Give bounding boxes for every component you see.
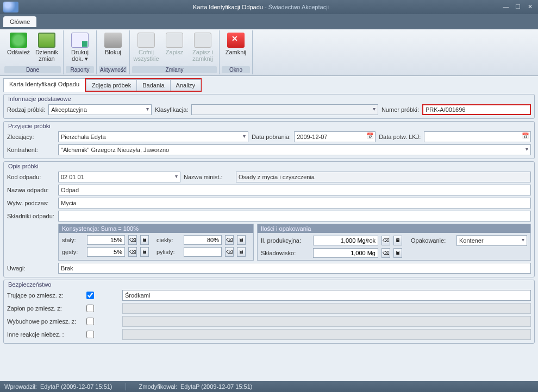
print-icon: [71, 33, 89, 48]
status-zmodyfikowal: Zmodyfikował: EdytaP (2009-12-07 15:51): [139, 383, 253, 390]
zaplon-checkbox[interactable]: [86, 305, 94, 312]
gesty-clear-button[interactable]: ⌫: [128, 247, 137, 257]
staly-calc-button[interactable]: 🖩: [140, 235, 149, 245]
kod-combo[interactable]: 02 01 01: [58, 172, 180, 182]
undo-icon: [137, 33, 155, 48]
data-pob-label: Data pobrania:: [252, 134, 291, 140]
title-main: Karta Identyfikacji Odpadu: [193, 4, 263, 10]
pylisty-clear-button[interactable]: ⌫: [225, 247, 234, 257]
tab-analizy[interactable]: Analizy: [170, 79, 201, 91]
tab-karta[interactable]: Karta Identyfikacji Odpadu: [3, 78, 85, 92]
pylisty-label: pylisty:: [157, 249, 180, 255]
zaplon-label: Zapłon po zmiesz. z:: [7, 305, 83, 312]
opak-combo[interactable]: Kontener: [456, 235, 527, 246]
tab-highlight-group: Zdjęcia próbek Badania Analizy: [85, 78, 202, 92]
group-label-dane: Dane: [4, 66, 61, 73]
kontr-combo[interactable]: "Alchemik" Grzegorz Nieużyła, Jaworzno: [58, 144, 531, 155]
ciekly-calc-button[interactable]: 🖩: [237, 235, 246, 245]
close-icon: [227, 33, 245, 48]
ilosci-title: Ilości i opakowania: [258, 224, 530, 233]
truj-checkbox[interactable]: [86, 292, 94, 299]
refresh-icon: [10, 33, 27, 48]
zlec-label: Zlecający:: [7, 134, 55, 140]
prod-input[interactable]: [313, 236, 378, 245]
gesty-calc-button[interactable]: 🖩: [140, 247, 149, 257]
numer-input[interactable]: PRK-A/001696: [422, 104, 531, 115]
changelog-button[interactable]: Dziennik zmian: [33, 31, 61, 66]
ribbon-group-raporty: Drukuj dok. ▾ Raporty: [64, 30, 97, 74]
ribbon-group-zmiany: Cofnij wszystkie Zapisz Zapisz i zamknij…: [130, 30, 220, 74]
gesty-input[interactable]: [87, 247, 125, 257]
wytw-input[interactable]: Mycia: [58, 198, 531, 208]
prod-calc-button[interactable]: 🖩: [393, 236, 402, 245]
maximize-button[interactable]: ☐: [513, 3, 523, 11]
section-bezp-title: Bezpieczeństwo: [8, 281, 531, 288]
save-close-icon: [194, 33, 211, 48]
ciekly-input[interactable]: [184, 235, 222, 245]
wybuch-input: [122, 316, 531, 327]
minimize-button[interactable]: —: [501, 3, 511, 11]
prod-clear-button[interactable]: ⌫: [381, 236, 390, 245]
section-bezp: Bezpieczeństwo Trujące po zmiesz. z: Śro…: [3, 280, 535, 344]
staly-input[interactable]: [87, 235, 125, 245]
status-wprowadzil: Wprowadził: EdytaP (2009-12-07 15:51): [4, 383, 112, 390]
skl-label: Składniki odpadu:: [7, 213, 55, 219]
wybuch-checkbox[interactable]: [86, 318, 94, 325]
inne-label: Inne reakcje niebez. :: [7, 331, 83, 338]
nazwa-odp-input[interactable]: Odpad: [58, 185, 531, 195]
konsystencja-box: Konsystencja: Suma = 100% stały: ⌫ 🖩 cie…: [58, 224, 254, 261]
ribbon-group-okno: Zamknij Okno: [220, 30, 253, 74]
kontr-label: Kontrahent:: [7, 147, 55, 153]
close-button[interactable]: Zamknij: [222, 31, 250, 66]
group-label-raporty: Raporty: [66, 66, 94, 73]
content-area: Karta Identyfikacji Odpadu Zdjęcia próbe…: [0, 76, 538, 381]
data-potw-input[interactable]: [424, 131, 531, 142]
uwagi-input[interactable]: Brak: [58, 263, 531, 274]
sklad-input[interactable]: [313, 248, 378, 258]
tab-badania[interactable]: Badania: [136, 79, 170, 91]
staly-clear-button[interactable]: ⌫: [128, 235, 137, 245]
opak-label: Opakowanie:: [411, 237, 453, 244]
sklad-clear-button[interactable]: ⌫: [381, 248, 390, 258]
klas-combo[interactable]: [191, 104, 378, 115]
section-przyjecie: Przyjęcie próbki Zlecający: Pierzchała E…: [3, 121, 535, 159]
save-icon: [166, 33, 183, 48]
nazwa-min-input: Osady z mycia i czyszczenia: [236, 172, 531, 182]
section-przyjecie-title: Przyjęcie próbki: [8, 123, 531, 129]
group-label-zmiany: Zmiany: [132, 66, 217, 73]
close-window-button[interactable]: ✕: [525, 3, 535, 11]
truj-input[interactable]: Środkami: [122, 290, 531, 301]
ribbon-tabstrip: Główne: [0, 14, 538, 29]
sklad-label: Składowisko:: [261, 250, 310, 256]
ribbon: Odśwież Dziennik zmian Dane Drukuj dok. …: [0, 29, 538, 76]
data-pob-input[interactable]: 2009-12-07: [294, 131, 376, 142]
window-title: Karta Identyfikacji Odpadu - Świadectwo …: [23, 3, 499, 11]
app-icon: [3, 2, 18, 12]
ribbon-group-dane: Odśwież Dziennik zmian Dane: [2, 30, 64, 74]
ribbon-tab-main[interactable]: Główne: [3, 16, 36, 27]
print-doc-button[interactable]: Drukuj dok. ▾: [66, 31, 94, 66]
lock-icon: [104, 33, 122, 48]
log-icon: [38, 33, 55, 48]
uwagi-label: Uwagi:: [7, 265, 55, 271]
zlec-combo[interactable]: Pierzchała Edyta: [58, 131, 248, 142]
section-opis: Opis próbki Kod odpadu: 02 01 01 Nazwa m…: [3, 161, 535, 277]
nazwa-odp-label: Nazwa odpadu:: [7, 187, 55, 193]
rodzaj-combo[interactable]: Akceptacyjna: [48, 104, 152, 115]
sklad-calc-button[interactable]: 🖩: [393, 248, 402, 258]
prod-label: Il. produkcyjna:: [261, 237, 310, 244]
ciekly-clear-button[interactable]: ⌫: [225, 235, 234, 245]
lock-button[interactable]: Blokuj: [99, 31, 127, 66]
gesty-label: gęsty:: [62, 249, 84, 255]
tab-zdjecia[interactable]: Zdjęcia próbek: [86, 79, 137, 91]
subtabs: Karta Identyfikacji Odpadu Zdjęcia próbe…: [3, 78, 535, 92]
pylisty-calc-button[interactable]: 🖩: [237, 247, 246, 257]
inne-checkbox[interactable]: [86, 331, 94, 338]
pylisty-input[interactable]: [184, 247, 222, 257]
skl-input[interactable]: [58, 211, 531, 222]
refresh-button[interactable]: Odśwież: [4, 31, 33, 66]
wytw-label: Wytw. podczas:: [7, 200, 55, 206]
klas-label: Klasyfikacja:: [155, 106, 188, 113]
undo-all-button: Cofnij wszystkie: [132, 31, 160, 66]
staly-label: stały:: [62, 237, 84, 243]
